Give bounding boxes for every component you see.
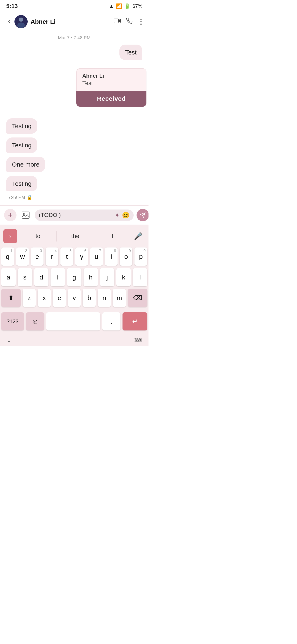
message-row-testing2: Testing [6,138,37,153]
app-header: Abner Li ⋮ [0,12,148,31]
video-call-button[interactable] [114,18,121,25]
keyboard-nav-bar: ⌄ ⌨ [0,334,148,346]
context-action-label: Received [97,95,126,102]
keyboard: › to the l 🎤 1q 2w 3e 4r 5t 6y 7u 8i 9o … [0,224,148,346]
key-h[interactable]: h [83,268,98,286]
wifi-icon: ▲ [109,3,114,9]
svg-point-2 [17,22,25,28]
space-key[interactable] [46,312,100,330]
message-text-input[interactable] [39,212,113,218]
key-i[interactable]: 8i [105,248,118,266]
suggestion-the[interactable]: the [56,231,94,242]
context-menu-popup: Abner Li Test Received [76,68,146,107]
phone-call-button[interactable] [126,18,132,26]
battery-pct: 67% [132,3,142,9]
battery-icon: 🔋 [124,3,130,9]
avatar [14,15,28,28]
key-t[interactable]: 5t [60,248,73,266]
key-n[interactable]: n [98,289,111,307]
message-row-test1: Test [6,44,142,60]
message-input-field[interactable]: ✦ 😊 [35,210,134,221]
context-text: Test [82,80,140,86]
suggestion-l[interactable]: l [94,231,131,242]
nav-chevron-down[interactable]: ⌄ [6,336,11,344]
status-time: 5:13 [6,3,18,10]
keyboard-rows: 1q 2w 3e 4r 5t 6y 7u 8i 9o 0p a s d f g … [0,246,148,311]
key-c[interactable]: c [53,289,66,307]
message-bubble-testing3[interactable]: Testing [6,176,37,191]
key-j[interactable]: j [100,268,114,286]
num-sym-key[interactable]: ?123 [1,312,24,330]
key-q[interactable]: 1q [1,248,14,266]
key-r[interactable]: 4r [45,248,58,266]
message-input-area: ✦ 😊 [0,206,148,224]
keyboard-bottom-row: ?123 ☺ . ↵ [0,311,148,334]
suggestion-to[interactable]: to [19,231,56,242]
enter-key[interactable]: ↵ [122,312,147,330]
chat-area: Mar 7 • 7:48 PM Test Abner Li Test Recei… [0,31,148,206]
keyboard-row-1: 1q 2w 3e 4r 5t 6y 7u 8i 9o 0p [1,248,147,266]
keyboard-row-3: ⬆ z x c v b n m ⌫ [1,289,147,307]
context-sender: Abner Li [82,73,140,79]
microphone-button[interactable]: 🎤 [131,229,145,243]
context-action-received[interactable]: Received [76,90,146,107]
emoji-key[interactable]: ☺ [26,312,44,330]
key-g[interactable]: g [67,268,81,286]
key-u[interactable]: 7u [90,248,103,266]
nav-keyboard-icon[interactable]: ⌨ [133,336,142,344]
sent-messages-group: Testing Testing One more Testing 7:49 PM… [6,118,142,200]
key-a[interactable]: a [1,268,16,286]
backspace-key[interactable]: ⌫ [128,289,147,307]
contact-name: Abner Li [30,18,114,25]
status-bar: 5:13 ▲ 📶 🔋 67% [0,0,148,12]
key-x[interactable]: x [38,289,51,307]
key-o[interactable]: 9o [120,248,132,266]
period-key[interactable]: . [102,312,120,330]
message-row-testing1: Testing [6,118,37,134]
sparkle-icon[interactable]: ✦ [115,212,120,219]
message-bubble-testing2[interactable]: Testing [6,138,37,153]
add-attachment-button[interactable] [4,209,16,221]
signal-icon: 📶 [116,3,122,9]
key-k[interactable]: k [116,268,131,286]
back-button[interactable] [4,16,14,27]
key-s[interactable]: s [18,268,32,286]
key-z[interactable]: z [23,289,36,307]
key-l[interactable]: l [133,268,147,286]
key-d[interactable]: d [34,268,49,286]
svg-rect-7 [22,212,29,218]
more-options-button[interactable]: ⋮ [137,18,144,26]
message-bubble-onemore[interactable]: One more [6,157,45,172]
message-timestamp: 7:49 PM 🔒 [8,195,32,200]
context-menu-info: Abner Li Test [76,68,146,90]
key-w[interactable]: 2w [16,248,29,266]
key-m[interactable]: m [113,289,126,307]
message-bubble-test1[interactable]: Test [119,44,142,60]
key-v[interactable]: v [68,289,81,307]
shift-key[interactable]: ⬆ [1,289,21,307]
date-label: Mar 7 • 7:48 PM [6,35,142,40]
message-row-testing3: Testing [6,176,37,191]
suggestions-row: › to the l 🎤 [0,227,148,246]
key-y[interactable]: 6y [75,248,88,266]
key-f[interactable]: f [50,268,65,286]
emoji-button[interactable]: 😊 [122,212,130,219]
status-icons: ▲ 📶 🔋 67% [109,3,142,9]
header-actions: ⋮ [114,18,144,26]
svg-rect-3 [114,19,118,23]
key-p[interactable]: 0p [134,248,147,266]
key-e[interactable]: 3e [31,248,44,266]
message-bubble-testing1[interactable]: Testing [6,118,37,134]
lock-icon: 🔒 [27,195,32,200]
time-text: 7:49 PM [8,195,25,200]
keyboard-row-2: a s d f g h j k l [1,268,147,286]
svg-point-8 [23,213,25,215]
gallery-button[interactable] [19,209,32,221]
svg-marker-4 [118,19,121,23]
svg-point-1 [19,18,23,22]
send-button[interactable] [137,209,148,221]
expand-suggestions-button[interactable]: › [3,229,17,243]
key-b[interactable]: b [83,289,96,307]
message-row-onemore: One more [6,157,45,172]
